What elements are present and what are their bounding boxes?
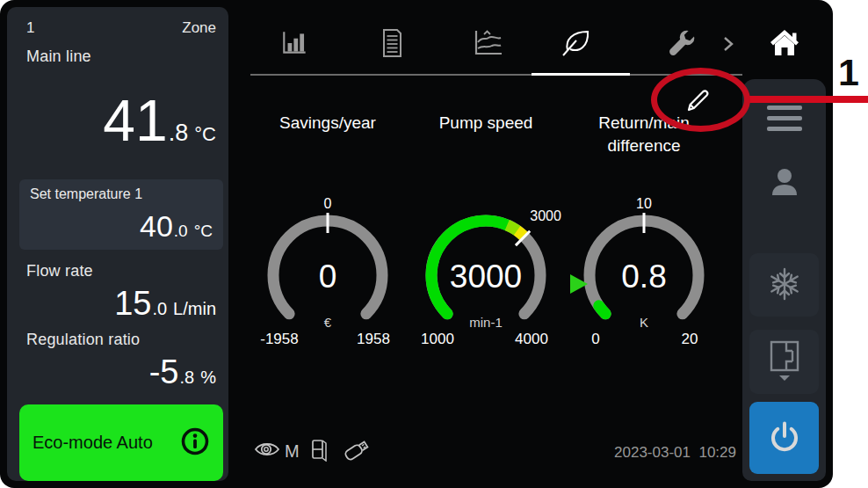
- sidebar-home-button[interactable]: [742, 7, 826, 79]
- tab-eco[interactable]: [557, 25, 596, 63]
- flow-rate-label: Flow rate: [26, 262, 93, 280]
- main-line-unit: °C: [194, 123, 216, 146]
- set-temperature-card[interactable]: Set temperature 1 40.0°C: [19, 179, 223, 250]
- mode-letter: M: [285, 441, 300, 462]
- power-icon: [766, 419, 803, 458]
- annotation-label: 1: [829, 51, 868, 94]
- regulation-ratio-unit: %: [200, 368, 216, 388]
- eye-monitor-icon: [253, 439, 281, 463]
- regulation-ratio-value-int: -5: [149, 353, 179, 391]
- set-temperature-value-int: 40: [140, 209, 173, 244]
- flow-rate-value-int: 15: [114, 285, 151, 323]
- svg-text:10: 10: [636, 196, 652, 211]
- main-line-value-int: 41: [103, 91, 167, 149]
- report-icon: [377, 27, 407, 62]
- svg-text:-1958: -1958: [260, 331, 298, 347]
- active-tab-indicator: [532, 73, 630, 76]
- gauge-return-diff: 100.8K020: [569, 200, 719, 354]
- flow-rate-unit: L/min: [173, 299, 216, 319]
- svg-text:0.8: 0.8: [621, 259, 666, 295]
- svg-text:0: 0: [591, 331, 599, 347]
- svg-text:0: 0: [319, 259, 337, 295]
- usb-drive-icon: [340, 436, 375, 466]
- tab-underline: [250, 74, 763, 76]
- settings-wrench-icon: [666, 27, 698, 62]
- regulation-ratio-value: -5.8%: [149, 353, 216, 391]
- sidebar-zones-button[interactable]: [749, 330, 819, 394]
- datetime: 2023-03-01 10:29: [562, 444, 736, 462]
- zone-number: 1: [26, 19, 34, 37]
- svg-text:3000: 3000: [450, 259, 522, 295]
- home-icon: [766, 25, 803, 62]
- eco-leaf-icon: [559, 26, 594, 62]
- tab-trends[interactable]: [469, 25, 508, 63]
- svg-text:0: 0: [324, 196, 332, 211]
- regulation-ratio-value-dec: .8: [180, 368, 195, 388]
- trend-icon: [472, 27, 505, 62]
- tab-report[interactable]: [373, 25, 411, 63]
- sidebar-frost-button[interactable]: [749, 253, 819, 317]
- zone-panel: 1 Zone Main line 41.8°C Set temperature …: [7, 7, 228, 481]
- main-line-value: 41.8°C: [103, 91, 216, 149]
- main-line-value-dec: .8: [169, 120, 189, 147]
- set-temperature-value-dec: .0: [174, 222, 188, 241]
- user-icon: [765, 163, 804, 204]
- flow-rate-value: 15.0L/min: [114, 285, 216, 323]
- svg-text:€: €: [324, 315, 332, 330]
- gauge-title-savings: Savings/year: [253, 112, 402, 135]
- eco-mode-button[interactable]: Eco-mode Auto: [19, 404, 223, 481]
- tabs-more-button[interactable]: [717, 33, 740, 56]
- set-temperature-label: Set temperature 1: [30, 186, 142, 202]
- set-temperature-unit: °C: [194, 222, 213, 241]
- tab-settings[interactable]: [662, 25, 701, 63]
- relay-module-icon: [310, 437, 329, 465]
- status-icons: M: [253, 436, 375, 466]
- frost-protection-icon: [766, 266, 803, 305]
- eco-mode-label: Eco-mode Auto: [33, 433, 153, 453]
- svg-text:1958: 1958: [357, 331, 390, 347]
- gauge-pump-speed: 30003000min-110004000: [411, 200, 561, 354]
- gauge-title-return-diff: Return/main difference: [569, 112, 719, 157]
- regulation-ratio-label: Regulation ratio: [26, 331, 140, 349]
- svg-text:1000: 1000: [421, 331, 454, 347]
- sidebar-menu-button[interactable]: [749, 98, 819, 137]
- zone-header: 1 Zone: [26, 19, 216, 37]
- gauge-title-pump-speed: Pump speed: [411, 112, 561, 135]
- info-icon[interactable]: [179, 426, 211, 460]
- flow-rate-value-dec: .0: [152, 299, 167, 319]
- gauge-savings: 00€-19581958: [253, 200, 402, 354]
- svg-text:3000: 3000: [530, 208, 561, 223]
- device-screen: 1 Zone Main line 41.8°C Set temperature …: [0, 0, 833, 488]
- sidebar-user-button[interactable]: [749, 160, 819, 206]
- svg-text:K: K: [640, 315, 648, 330]
- screenshot-stage: 1 Zone Main line 41.8°C Set temperature …: [0, 0, 868, 488]
- svg-text:20: 20: [682, 331, 698, 347]
- svg-text:min-1: min-1: [469, 315, 503, 330]
- zone-label: Zone: [182, 19, 216, 37]
- bar-chart-icon: [279, 27, 311, 62]
- svg-text:4000: 4000: [515, 331, 548, 347]
- set-temperature-value: 40.0°C: [140, 209, 213, 244]
- sidebar-power-button[interactable]: [749, 402, 819, 474]
- zones-icon: [765, 338, 804, 386]
- main-line-label: Main line: [26, 47, 91, 66]
- chevron-right-icon: [722, 35, 734, 55]
- tab-statistics[interactable]: [276, 25, 315, 63]
